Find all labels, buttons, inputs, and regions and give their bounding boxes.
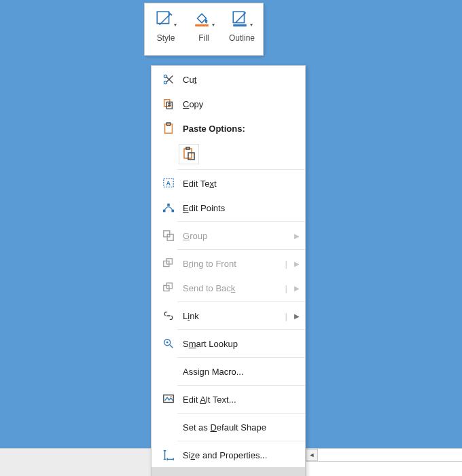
split-separator: | [285,259,287,269]
svg-rect-16 [167,204,170,206]
menu-label: Group [183,231,291,241]
svg-rect-18 [164,231,170,237]
group-menu-item: Group ▶ [152,223,305,248]
group-icon [160,229,177,242]
paste-options-heading: Paste Options: [152,116,305,141]
chevron-down-icon: ▾ [250,22,253,28]
menu-label: Bring to Front [183,259,285,269]
alt-text-icon [160,392,177,406]
smart-lookup-menu-item[interactable]: Smart Lookup [152,331,305,356]
edit-text-icon: A [160,177,177,190]
split-separator: | [285,283,287,293]
clipboard-icon [160,122,177,135]
menu-label: Copy [183,99,300,109]
send-to-back-icon [160,281,177,295]
format-shape-icon [160,473,177,476]
menu-separator [177,329,305,330]
menu-separator [177,385,305,386]
menu-label: Edit Text [183,179,300,189]
svg-rect-2 [233,12,244,22]
outline-button[interactable]: ▾ Outline [224,7,260,43]
bring-to-front-menu-item: Bring to Front | ▶ [152,251,305,276]
chevron-down-icon: ▾ [174,22,177,28]
menu-label: Assign Macro... [183,367,300,377]
bring-to-front-icon [160,257,177,270]
menu-separator [177,357,305,358]
svg-rect-17 [172,210,175,213]
menu-separator [177,221,305,222]
style-icon [155,10,173,29]
edit-points-menu-item[interactable]: Edit Points [152,196,305,220]
menu-label: Paste Options: [183,124,300,134]
svg-rect-19 [167,234,173,240]
chevron-right-icon: ▶ [294,312,300,320]
style-button[interactable]: ▾ Style [147,7,184,43]
outline-label: Outline [229,33,255,43]
menu-separator [177,249,305,250]
menu-separator [177,169,305,170]
edit-alt-text-menu-item[interactable]: Edit Alt Text... [152,387,305,411]
assign-macro-menu-item[interactable]: Assign Macro... [152,359,305,384]
edit-points-icon [160,201,177,215]
smart-lookup-icon [160,337,177,350]
menu-label: Smart Lookup [183,339,300,349]
shape-mini-toolbar: ▾ Style ▾ Fill ▾ Outline [144,3,264,56]
format-shape-menu-item[interactable]: Format Shape... [152,467,305,476]
menu-label: Cut [183,75,300,85]
link-icon [160,309,177,323]
set-default-shape-menu-item[interactable]: Set as Default Shape [152,415,305,439]
paste-option-row [179,141,305,168]
menu-label: Set as Default Shape [183,422,300,433]
scroll-left-button[interactable]: ◄ [306,449,318,461]
chevron-right-icon: ▶ [294,260,300,268]
blank-icon [160,365,177,378]
svg-point-25 [166,342,168,344]
svg-rect-15 [163,210,166,213]
size-icon [160,448,177,462]
menu-label: Send to Back [183,283,285,293]
paste-icon [182,147,196,162]
paste-default-button[interactable] [179,144,199,164]
menu-label: Edit Points [183,203,300,213]
split-separator: | [285,311,287,321]
shape-context-menu: Cut Copy Paste Options: A Edit Text Edit… [151,65,306,476]
sheet-gridline [306,461,462,476]
chevron-down-icon: ▾ [212,22,215,28]
size-properties-menu-item[interactable]: Size and Properties... [152,443,305,467]
menu-separator [177,413,305,414]
fill-label: Fill [198,33,209,43]
chevron-right-icon: ▶ [294,232,300,240]
outline-icon [231,10,249,29]
edit-text-menu-item[interactable]: A Edit Text [152,171,305,196]
menu-label: Link [183,311,285,321]
menu-label: Edit Alt Text... [183,395,300,405]
style-label: Style [157,33,175,43]
svg-point-27 [170,396,171,397]
fill-button[interactable]: ▾ Fill [185,7,222,43]
menu-label: Size and Properties... [183,450,300,460]
scissors-icon [160,73,177,86]
menu-separator [177,441,305,441]
copy-icon [160,97,177,111]
blank-icon [160,420,177,434]
menu-separator [177,301,305,302]
copy-menu-item[interactable]: Copy [152,92,305,116]
svg-rect-1 [195,24,209,26]
svg-text:A: A [166,180,171,187]
svg-rect-3 [233,24,247,26]
fill-icon [193,10,211,29]
link-menu-item[interactable]: Link | ▶ [152,304,305,328]
chevron-right-icon: ▶ [294,285,300,292]
send-to-back-menu-item: Send to Back | ▶ [152,276,305,300]
cut-menu-item[interactable]: Cut [152,67,305,92]
